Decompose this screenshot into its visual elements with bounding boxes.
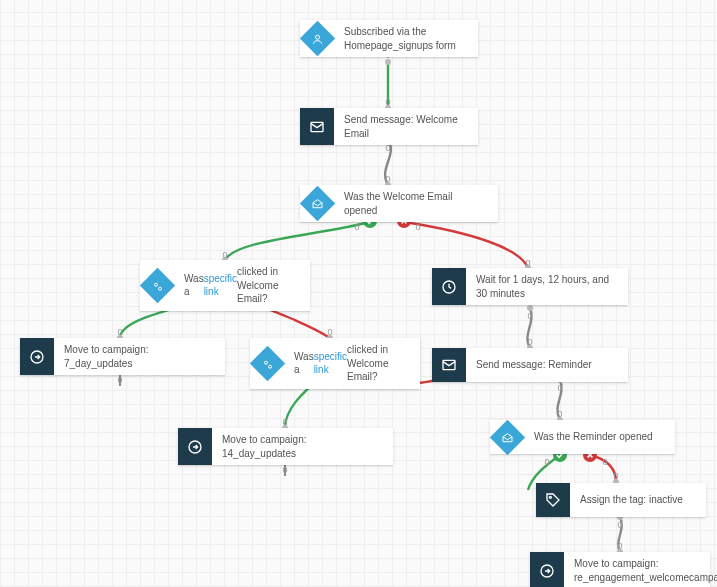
node-link-clicked-a[interactable]: Was a specific link clicked in Welcome E… xyxy=(140,260,310,311)
node-label: Was a specific link clicked in Welcome E… xyxy=(174,260,310,311)
count: 0 xyxy=(381,174,395,184)
node-label: Move to campaign: re_engagement_welcomec… xyxy=(564,552,717,587)
svg-point-24 xyxy=(268,364,271,367)
count: 0 xyxy=(553,383,567,393)
count: 0 xyxy=(613,520,627,530)
node-label: Send message: Reminder xyxy=(466,348,602,382)
node-label: Wait for 1 days, 12 hours, and 30 minute… xyxy=(466,268,628,305)
count: 0 xyxy=(609,471,623,481)
svg-point-0 xyxy=(385,59,391,65)
count: 0 xyxy=(523,311,537,321)
count: 0 xyxy=(553,409,567,419)
count: 0 xyxy=(278,417,292,427)
node-link-clicked-b[interactable]: Was a specific link clicked in Welcome E… xyxy=(250,338,420,389)
count: 0 xyxy=(613,541,627,551)
count: 0 xyxy=(113,375,127,385)
tag-icon xyxy=(536,483,570,517)
count: 0 xyxy=(278,465,292,475)
clock-icon xyxy=(432,268,466,305)
node-wait[interactable]: Wait for 1 days, 12 hours, and 30 minute… xyxy=(432,268,628,305)
node-send-reminder[interactable]: Send message: Reminder xyxy=(432,348,628,382)
node-label: Move to campaign: 7_day_updates xyxy=(54,338,225,375)
count: 0 xyxy=(523,337,537,347)
gears-icon xyxy=(250,338,284,389)
node-label: Was the Welcome Email opened xyxy=(334,185,498,222)
count: 0 xyxy=(350,222,364,232)
mail-icon xyxy=(432,348,466,382)
node-move-14day[interactable]: Move to campaign: 14_day_updates xyxy=(178,428,393,465)
node-was-reminder-opened[interactable]: Was the Reminder opened xyxy=(490,420,675,454)
svg-point-18 xyxy=(315,35,319,39)
user-icon xyxy=(300,20,334,57)
node-assign-tag[interactable]: Assign the tag: inactive xyxy=(536,483,706,517)
node-move-reengagement[interactable]: Move to campaign: re_engagement_welcomec… xyxy=(530,552,710,587)
node-label: Was the Reminder opened xyxy=(524,420,663,454)
arrow-icon xyxy=(20,338,54,375)
count: 0 xyxy=(218,250,232,260)
svg-point-20 xyxy=(154,282,157,285)
svg-point-28 xyxy=(549,496,551,498)
svg-point-9 xyxy=(527,305,533,311)
node-move-7day[interactable]: Move to campaign: 7_day_updates xyxy=(20,338,225,375)
gears-icon xyxy=(140,260,174,311)
count: 0 xyxy=(521,258,535,268)
node-label: Move to campaign: 14_day_updates xyxy=(212,428,392,465)
count: 0 xyxy=(381,97,395,107)
arrow-icon xyxy=(178,428,212,465)
workflow-canvas[interactable]: 0 0 0 0 0 0 0 0 0 0 0 0 0 0 0 0 0 0 0 0 … xyxy=(0,0,717,587)
node-label: Send message: Welcome Email xyxy=(334,108,478,145)
mailopen-icon xyxy=(300,185,334,222)
node-send-welcome[interactable]: Send message: Welcome Email xyxy=(300,108,478,145)
node-label: Assign the tag: inactive xyxy=(570,483,693,517)
arrow-icon xyxy=(530,552,564,587)
node-label: Was a specific link clicked in Welcome E… xyxy=(284,338,420,389)
count: 0 xyxy=(598,457,612,467)
mail-icon xyxy=(300,108,334,145)
svg-point-23 xyxy=(264,360,267,363)
count: 0 xyxy=(540,457,554,467)
mailopen-icon xyxy=(490,420,524,454)
node-trigger-subscribed[interactable]: Subscribed via the Homepage_signups form xyxy=(300,20,478,57)
svg-point-21 xyxy=(158,286,161,289)
count: 0 xyxy=(323,327,337,337)
count: 0 xyxy=(113,327,127,337)
count: 0 xyxy=(411,222,425,232)
node-label: Subscribed via the Homepage_signups form xyxy=(334,20,478,57)
node-was-welcome-opened[interactable]: Was the Welcome Email opened xyxy=(300,185,498,222)
